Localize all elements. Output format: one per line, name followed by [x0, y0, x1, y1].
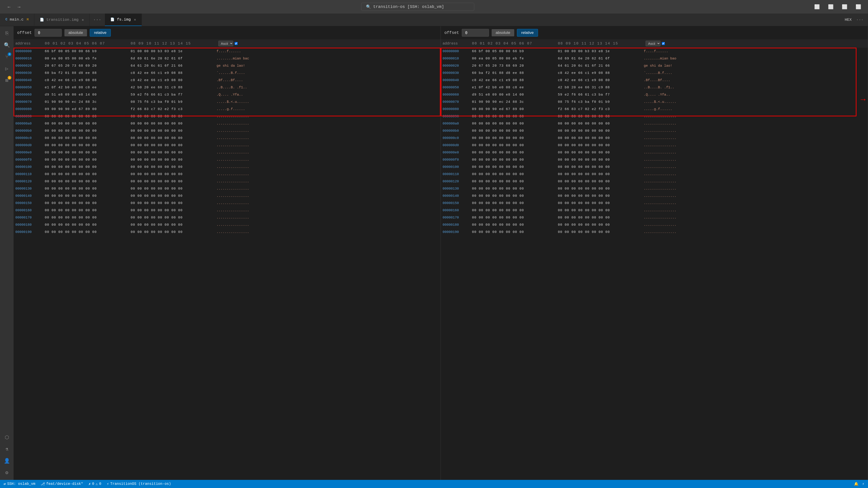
hex-bytes-left: 00 00 00 00 00 00 00 00: [45, 143, 131, 147]
win-btn-2[interactable]: ⬜: [826, 3, 836, 10]
data-row[interactable]: 0000018000 00 00 00 00 00 00 0000 00 00 …: [441, 221, 868, 228]
data-row[interactable]: 000000b000 00 00 00 00 00 00 0000 00 00 …: [13, 127, 440, 134]
data-row[interactable]: 0000009000 00 00 00 00 00 00 0000 00 00 …: [441, 113, 868, 120]
ascii-cell: ge shi da lao!: [644, 64, 680, 68]
data-row[interactable]: 0000000066 bf 00 05 00 00 66 b901 00 00 …: [441, 48, 868, 55]
sidebar-icon-test[interactable]: ⚗: [2, 444, 12, 454]
data-row[interactable]: 00000060d9 51 e8 09 00 e8 14 0059 e2 f6 …: [13, 91, 440, 98]
data-row[interactable]: 0000007001 90 90 90 ec 24 88 3c08 75 f6 …: [441, 98, 868, 105]
address-cell: 00000110: [442, 172, 472, 176]
data-row[interactable]: 000000e000 00 00 00 00 00 00 0000 00 00 …: [441, 149, 868, 156]
sidebar-icon-remote[interactable]: ⬡: [2, 432, 12, 442]
data-row[interactable]: 0000013000 00 00 00 00 00 00 0000 00 00 …: [441, 185, 868, 192]
win-btn-3[interactable]: ⬜: [839, 3, 850, 10]
hex-bytes-left: 00 00 00 00 00 00 00 00: [472, 151, 558, 155]
data-row[interactable]: 000000f000 00 00 00 00 00 00 0000 00 00 …: [13, 156, 440, 163]
ascii-dropdown-right[interactable]: Ascii: [646, 41, 660, 46]
data-area-right[interactable]: 0000000066 bf 00 05 00 00 66 b901 00 00 …: [441, 48, 868, 480]
offset-input-right[interactable]: [462, 29, 489, 37]
tab-close-fs-img[interactable]: ✕: [134, 18, 136, 22]
statusbar-notify-icon[interactable]: 🔔: [854, 482, 859, 486]
absolute-btn-right[interactable]: absolute: [492, 29, 514, 36]
data-row[interactable]: 0000008009 00 90 90 ed 67 89 00f2 66 83 …: [441, 105, 868, 113]
data-row[interactable]: 00000040c8 42 ee 66 c1 e9 08 88c8 42 ee …: [13, 76, 440, 84]
data-row[interactable]: 0000011000 00 00 00 00 00 00 0000 00 00 …: [441, 170, 868, 178]
data-row[interactable]: 0000016000 00 00 00 00 00 00 0000 00 00 …: [441, 207, 868, 214]
data-row[interactable]: 000000b000 00 00 00 00 00 00 0000 00 00 …: [441, 127, 868, 134]
data-row[interactable]: 0000001000 ea 00 05 00 00 eb fe6d 69 61 …: [13, 55, 440, 62]
data-row[interactable]: 0000016000 00 00 00 00 00 00 0000 00 00 …: [13, 207, 440, 214]
data-row[interactable]: 000000d000 00 00 00 00 00 00 0000 00 00 …: [13, 142, 440, 149]
data-row[interactable]: 0000003060 ba f2 01 88 d8 ee 88c8 42 ee …: [13, 69, 440, 76]
sidebar-icon-extensions[interactable]: ⊞ 1: [2, 75, 12, 86]
data-row[interactable]: 0000011000 00 00 00 00 00 00 0000 00 00 …: [13, 170, 440, 178]
ascii-checkbox-right[interactable]: [662, 42, 665, 45]
data-row[interactable]: 00000050e1 0f 42 b0 e0 08 c8 ee42 b0 20 …: [441, 84, 868, 91]
hex-bytes-left: 00 00 00 00 00 00 00 00: [472, 115, 558, 119]
data-row[interactable]: 0000013000 00 00 00 00 00 00 0000 00 00 …: [13, 185, 440, 192]
data-row[interactable]: 0000015000 00 00 00 00 00 00 0000 00 00 …: [441, 199, 868, 207]
tab-close-transition-img[interactable]: ✕: [82, 18, 84, 22]
statusbar-ssh[interactable]: ⇄ SSH: oslab_vm: [4, 482, 35, 486]
offset-input-left[interactable]: [35, 29, 62, 37]
absolute-btn-left[interactable]: absolute: [64, 29, 87, 36]
data-row[interactable]: 0000010000 00 00 00 00 00 00 0000 00 00 …: [13, 163, 440, 170]
tab-fs-img[interactable]: 📄 fs.img ✕: [105, 13, 142, 26]
data-row[interactable]: 00000050e1 0f 42 b0 e0 08 c8 ee42 b0 20 …: [13, 84, 440, 91]
data-row[interactable]: 0000003060 ba f2 01 88 d8 ee 88c8 42 ee …: [441, 69, 868, 76]
data-row[interactable]: 0000014000 00 00 00 00 00 00 0000 00 00 …: [13, 192, 440, 199]
sidebar-icon-source-control[interactable]: ⑂ 4: [2, 52, 12, 62]
win-btn-1[interactable]: ⬜: [812, 3, 822, 10]
data-row[interactable]: 0000019000 00 00 00 00 00 00 0000 00 00 …: [13, 228, 440, 236]
data-row[interactable]: 000000a000 00 00 00 00 00 00 0000 00 00 …: [441, 120, 868, 127]
data-row[interactable]: 000000e000 00 00 00 00 00 00 0000 00 00 …: [13, 149, 440, 156]
data-row[interactable]: 000000d000 00 00 00 00 00 00 0000 00 00 …: [441, 142, 868, 149]
data-row[interactable]: 00000040c8 42 ee 66 c1 e9 08 88c8 42 ee …: [441, 76, 868, 84]
data-row[interactable]: 0000015000 00 00 00 00 00 00 0000 00 00 …: [13, 199, 440, 207]
data-row[interactable]: 000000f000 00 00 00 00 00 00 0000 00 00 …: [441, 156, 868, 163]
data-row[interactable]: 0000008009 00 90 90 ed 67 89 00f2 66 83 …: [13, 105, 440, 113]
sidebar-icon-search[interactable]: 🔍: [2, 40, 12, 50]
tab-right-more[interactable]: ···: [856, 18, 864, 22]
data-row[interactable]: 0000002020 67 65 20 73 68 69 2064 61 20 …: [13, 62, 440, 69]
statusbar-errors[interactable]: ✗ 0 ⚠ 0: [89, 482, 101, 486]
hex-bytes-right: 00 00 00 00 00 00 00 00: [558, 194, 644, 198]
data-row[interactable]: 0000010000 00 00 00 00 00 00 0000 00 00 …: [441, 163, 868, 170]
data-row[interactable]: 0000000066 bf 00 05 00 00 66 b901 00 00 …: [13, 48, 440, 55]
data-row[interactable]: 0000018000 00 00 00 00 00 00 0000 00 00 …: [13, 221, 440, 228]
data-row[interactable]: 0000001000 ea 00 05 00 00 eb fe6d 69 61 …: [441, 55, 868, 62]
nav-fwd-button[interactable]: →: [14, 3, 24, 10]
title-search-bar[interactable]: 🔍 transition-os [SSH: oslab_vm]: [361, 3, 474, 11]
data-row[interactable]: 0000007001 90 90 90 ec 24 88 3c08 75 f6 …: [13, 98, 440, 105]
statusbar-power-icon[interactable]: ⚡: [862, 482, 864, 486]
sidebar-icon-settings[interactable]: ⚙: [2, 468, 12, 478]
data-row[interactable]: 0000012000 00 00 00 00 00 00 0000 00 00 …: [441, 178, 868, 185]
relative-btn-right[interactable]: relative: [517, 29, 538, 37]
data-row[interactable]: 0000017000 00 00 00 00 00 00 0000 00 00 …: [13, 214, 440, 221]
data-row[interactable]: 0000014000 00 00 00 00 00 00 0000 00 00 …: [441, 192, 868, 199]
data-row[interactable]: 0000017000 00 00 00 00 00 00 0000 00 00 …: [441, 214, 868, 221]
sidebar-icon-run-debug[interactable]: ▷: [2, 64, 12, 74]
tab-main-c[interactable]: C main.c M: [0, 13, 34, 26]
relative-btn-left[interactable]: relative: [90, 29, 111, 37]
data-row[interactable]: 0000002020 67 65 20 73 68 69 2064 61 20 …: [441, 62, 868, 69]
data-row[interactable]: 000000a000 00 00 00 00 00 00 0000 00 00 …: [13, 120, 440, 127]
ascii-checkbox-left[interactable]: [235, 42, 238, 45]
statusbar-branch[interactable]: ⎇ feat/device-disk*: [41, 482, 83, 486]
ascii-cell: ................: [217, 194, 253, 198]
nav-back-button[interactable]: ←: [4, 3, 13, 10]
ascii-dropdown-left[interactable]: Ascii: [218, 41, 233, 46]
data-row[interactable]: 000000c000 00 00 00 00 00 00 0000 00 00 …: [441, 134, 868, 142]
data-area-left[interactable]: 0000000066 bf 00 05 00 00 66 b901 00 00 …: [13, 48, 440, 480]
data-row[interactable]: 000000c000 00 00 00 00 00 00 0000 00 00 …: [13, 134, 440, 142]
tab-transition-img[interactable]: 📄 transition.img ✕: [34, 13, 90, 26]
data-row[interactable]: 0000012000 00 00 00 00 00 00 0000 00 00 …: [13, 178, 440, 185]
tab-more-button[interactable]: ···: [90, 13, 105, 26]
data-row[interactable]: 00000060d9 51 e8 09 00 e8 14 0059 e2 f6 …: [441, 91, 868, 98]
sidebar-icon-explorer[interactable]: ⎘: [2, 29, 12, 38]
sidebar-icon-account[interactable]: 👤: [2, 456, 12, 466]
data-row[interactable]: 0000019000 00 00 00 00 00 00 0000 00 00 …: [441, 228, 868, 236]
win-btn-4[interactable]: ⬜: [853, 3, 864, 10]
data-row[interactable]: 0000009000 00 00 00 00 00 00 0000 00 00 …: [13, 113, 440, 120]
statusbar-transition[interactable]: ⚡ TransitionOS (transition-os): [107, 482, 171, 486]
